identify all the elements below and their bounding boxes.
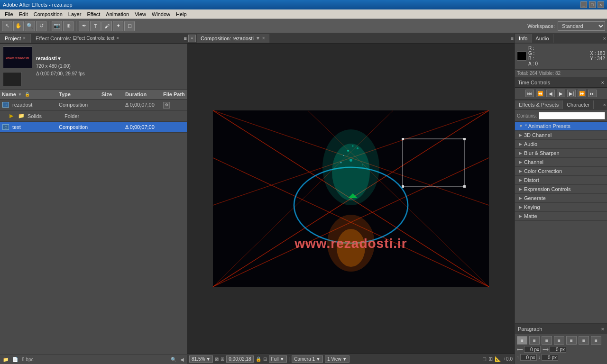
col-header-duration[interactable]: Duration <box>123 91 161 98</box>
effects-search-input[interactable] <box>539 112 605 119</box>
timecode-lock-icon[interactable]: 🔒 <box>256 356 261 362</box>
tool-zoom[interactable]: 🔍 <box>25 21 35 31</box>
tool-pen[interactable]: ✒ <box>79 21 89 31</box>
menu-window[interactable]: Window <box>149 11 173 18</box>
camera-control[interactable]: Camera 1 ▼ <box>292 355 323 363</box>
col-header-type[interactable]: Type <box>57 91 100 98</box>
effect-expression-controls[interactable]: ▶ Expression Controls <box>515 185 607 194</box>
tab-audio[interactable]: Audio <box>532 34 553 43</box>
tc-first-frame[interactable]: ⏮ <box>525 90 534 97</box>
menu-file[interactable]: File <box>2 11 16 18</box>
project-row-options[interactable]: ⚙ <box>163 102 170 109</box>
new-item-icon[interactable]: 📄 <box>12 357 18 362</box>
effect-color-correction[interactable]: ▶ Color Correction <box>515 167 607 176</box>
viewer-options-icon[interactable]: ≡ <box>188 35 196 42</box>
project-row-solids[interactable]: ▶ 📁 Solids Folder <box>0 111 187 122</box>
justify-right-button[interactable]: ≡ <box>579 336 589 345</box>
space-after-input[interactable] <box>542 354 558 361</box>
new-folder-icon[interactable]: 📁 <box>3 357 9 362</box>
col-header-path[interactable]: File Path <box>161 91 187 98</box>
space-before-input[interactable] <box>520 354 537 361</box>
menu-help[interactable]: Help <box>173 11 190 18</box>
col-header-size[interactable]: Size <box>100 91 123 98</box>
time-controls-close[interactable]: × <box>601 80 604 85</box>
tc-play[interactable]: ▶ <box>557 90 565 97</box>
comp-tab-dropdown[interactable]: ▼ <box>256 36 260 41</box>
tc-prev-frame[interactable]: ⏪ <box>536 90 544 97</box>
menu-edit[interactable]: Edit <box>16 11 31 18</box>
effect-blur-sharpen[interactable]: ▶ Blur & Sharpen <box>515 149 607 158</box>
quality-control[interactable]: Full ▼ <box>269 355 287 363</box>
arrow-3d: ▶ <box>519 133 522 137</box>
tab-character[interactable]: Character <box>563 100 594 109</box>
svg-line-10 <box>213 110 393 287</box>
info-panel-menu[interactable]: × <box>602 35 607 42</box>
alpha-icon[interactable]: ◻ <box>482 356 487 362</box>
tc-back-one[interactable]: ◀ <box>546 90 555 97</box>
menu-animation[interactable]: Animation <box>103 11 132 18</box>
align-left-button[interactable]: ≡ <box>517 336 527 345</box>
align-right-button[interactable]: ≡ <box>542 336 552 345</box>
indent-left-input[interactable] <box>524 346 541 353</box>
justify-center-button[interactable]: ≡ <box>566 336 577 345</box>
effect-animation-presets[interactable]: ▼ * Animation Presets <box>515 122 607 131</box>
timecode-display[interactable]: 0;00;02;18 <box>226 355 253 363</box>
zoom-control[interactable]: 81.5% ▼ <box>189 355 213 363</box>
close-project-tab[interactable]: × <box>23 36 26 41</box>
justify-left-button[interactable]: ≡ <box>554 336 564 345</box>
effects-panel-menu[interactable]: × <box>602 101 607 109</box>
paragraph-close[interactable]: × <box>601 326 604 332</box>
tool-camera[interactable]: 📷 <box>52 21 62 31</box>
close-comp-tab[interactable]: × <box>262 36 265 41</box>
effect-distort[interactable]: ▶ Distort <box>515 176 607 185</box>
workspace-select[interactable]: Standard <box>558 21 605 31</box>
tool-eraser[interactable]: ◻ <box>124 21 135 31</box>
tool-stamp[interactable]: ✦ <box>113 21 123 31</box>
tool-orbit[interactable]: ⊕ <box>63 21 74 31</box>
effect-matte[interactable]: ▶ Matte <box>515 212 607 221</box>
tab-composition-rezadosti[interactable]: Composition: rezadosti ▼ × <box>197 34 269 43</box>
menu-view[interactable]: View <box>132 11 149 18</box>
view-control[interactable]: 1 View ▼ <box>325 355 349 363</box>
tool-text[interactable]: T <box>90 21 101 31</box>
project-row-text[interactable]: C text Composition Δ 0;00;07;00 <box>0 122 187 133</box>
tool-select[interactable]: ↖ <box>2 21 12 31</box>
tool-paint[interactable]: 🖌 <box>101 21 112 31</box>
indent-right-input[interactable] <box>550 346 566 353</box>
effect-channel[interactable]: ▶ Channel <box>515 158 607 167</box>
project-row-rezadosti[interactable]: C rezadosti Composition Δ 0;00;07;00 ⚙ <box>0 100 187 111</box>
effect-keying[interactable]: ▶ Keying <box>515 203 607 212</box>
grid-icon[interactable]: ⊞ <box>488 356 493 362</box>
close-effect-tab[interactable]: × <box>116 36 119 41</box>
search-icon[interactable]: 🔍 <box>171 357 176 362</box>
align-center-button[interactable]: ≡ <box>529 336 540 345</box>
effect-audio[interactable]: ▶ Audio <box>515 140 607 149</box>
ruler-icon[interactable]: 📐 <box>495 356 501 362</box>
tab-project[interactable]: Project × <box>0 34 31 43</box>
tool-rotate[interactable]: ↺ <box>36 21 46 31</box>
tc-last-frame[interactable]: ⏭ <box>588 90 597 97</box>
maximize-button[interactable]: □ <box>589 1 596 8</box>
snap-icon[interactable]: ⊞ <box>221 356 224 362</box>
close-button[interactable]: × <box>598 1 604 8</box>
minimize-button[interactable]: _ <box>580 1 587 8</box>
justify-all-button[interactable]: ≡ <box>591 336 601 345</box>
tab-info[interactable]: Info <box>515 34 532 43</box>
menu-composition[interactable]: Composition <box>31 11 65 18</box>
tool-hand[interactable]: ✋ <box>13 21 24 31</box>
menu-effect[interactable]: Effect <box>84 11 103 18</box>
effect-3d-channel[interactable]: ▶ 3D Channel <box>515 131 607 140</box>
tab-effects-presets[interactable]: Effects & Presets <box>515 100 563 109</box>
tab-effect-controls[interactable]: Effect Controls: Effect Controls: text × <box>31 34 124 43</box>
panel-menu-icon[interactable]: ≡ <box>184 36 187 41</box>
snap-grid-icon[interactable]: ⊟ <box>263 356 267 362</box>
tc-next-frame[interactable]: ⏩ <box>578 90 586 97</box>
col-header-name[interactable]: Name ▼ 🔒 <box>0 91 57 98</box>
tc-forward-one[interactable]: ▶| <box>567 90 576 97</box>
left-panel-expand[interactable]: ◀ <box>180 357 184 362</box>
menu-layer[interactable]: Layer <box>65 11 84 18</box>
comp-panel-menu[interactable]: ≡ <box>510 35 515 42</box>
fit-icon[interactable]: ⊠ <box>215 356 219 362</box>
effect-generate[interactable]: ▶ Generate <box>515 194 607 203</box>
window-controls[interactable]: _ □ × <box>580 1 604 8</box>
